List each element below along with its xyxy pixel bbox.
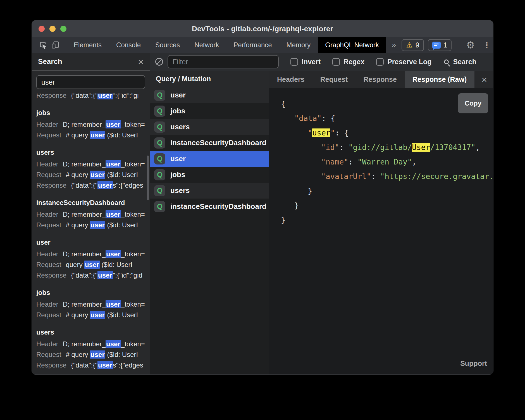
query-name: user [170, 154, 186, 163]
json-line: "name": "Warren Day", [281, 155, 493, 169]
search-result-line[interactable]: HeaderD; remember_user_token=e [36, 159, 145, 170]
minimize-window-button[interactable] [49, 26, 56, 32]
response-tab-headers[interactable]: Headers [269, 71, 312, 88]
query-name: jobs [170, 107, 185, 115]
response-panel-close-icon[interactable]: × [475, 71, 493, 88]
result-group-title[interactable]: jobs [36, 287, 145, 298]
search-result-line[interactable]: HeaderD; remember_user_token=e [36, 119, 145, 130]
tab-elements[interactable]: Elements [66, 37, 109, 53]
result-line-label: Request [36, 311, 61, 319]
query-type-badge: Q [154, 106, 165, 117]
query-list-item[interactable]: Qjobs [150, 167, 269, 183]
search-result-group: userHeaderD; remember_user_token=eReques… [36, 237, 145, 281]
clipped-result-line: Response{"data":{"user":{"id":"gi [36, 94, 145, 101]
result-line-label: Response [36, 182, 66, 189]
search-result-line[interactable]: Requestquery user ($id: UserI [36, 259, 145, 270]
tab-sources[interactable]: Sources [148, 37, 187, 53]
search-match-highlight: user [312, 128, 330, 137]
search-result-line[interactable]: Response{"data":{"user":{"id":"gid [36, 270, 145, 281]
search-result-group: jobsHeaderD; remember_user_token=eReques… [36, 108, 145, 140]
result-group-title[interactable]: instanceSecurityDashboard [36, 197, 145, 208]
tab-console[interactable]: Console [109, 37, 148, 53]
filter-input[interactable] [168, 55, 279, 68]
copy-button[interactable]: Copy [458, 93, 488, 113]
search-match-highlight: user [97, 271, 113, 279]
search-result-line[interactable]: Response{"data":{"users":{"edges [36, 180, 145, 191]
tab-memory[interactable]: Memory [279, 37, 318, 53]
response-tab-response[interactable]: Response [355, 71, 404, 88]
query-list-item[interactable]: Qusers [150, 119, 269, 135]
toolbar-search-button[interactable]: Search [444, 58, 476, 66]
search-result-line[interactable]: Response{"data":{"user":{"id":"gi [36, 94, 139, 101]
support-link[interactable]: Support [460, 356, 487, 371]
json-line: "user": { [281, 126, 493, 140]
invert-checkbox-group[interactable]: Invert [290, 58, 321, 66]
invert-checkbox[interactable] [290, 58, 298, 66]
network-filter-toolbar: Invert Regex Preserve Log Search [150, 53, 493, 71]
query-list-panel: Query / Mutation QuserQjobsQusersQinstan… [150, 71, 269, 374]
query-type-badge: Q [154, 137, 165, 149]
toolbar-divider [64, 43, 64, 51]
query-list-item[interactable]: Qjobs [150, 103, 269, 119]
query-list-item[interactable]: Quser [150, 87, 269, 103]
search-result-line[interactable]: HeaderD; remember_user_token=e [36, 299, 145, 310]
more-options-icon[interactable]: ⋮ [480, 40, 493, 50]
search-result-line[interactable]: Request# query user ($id: UserI [36, 310, 145, 320]
search-result-group: usersHeaderD; remember_user_token=eReque… [36, 327, 145, 371]
clear-log-icon[interactable] [155, 58, 163, 66]
query-name: jobs [170, 170, 185, 179]
search-result-line[interactable]: Request# query user ($id: UserI [36, 170, 145, 180]
warnings-badge[interactable]: ⚠ 9 [402, 39, 424, 51]
search-result-group: jobsHeaderD; remember_user_token=eReques… [36, 287, 145, 320]
search-panel: Search × Response{"data":{"user":{"id":"… [32, 53, 150, 374]
search-result-group: usersHeaderD; remember_user_token=eReque… [36, 147, 145, 191]
search-result-line[interactable]: Response{"data":{"users":{"edges [36, 360, 145, 371]
search-result-line[interactable]: Request# query user ($id: UserI [36, 220, 145, 230]
preserve-log-checkbox-group[interactable]: Preserve Log [376, 58, 431, 66]
preserve-log-label: Preserve Log [387, 58, 431, 66]
regex-checkbox[interactable] [332, 58, 340, 66]
response-tab-response-raw[interactable]: Response (Raw) [405, 71, 474, 88]
query-name: instanceSecurityDashboard [170, 202, 266, 211]
device-toolbar-icon[interactable] [49, 37, 61, 53]
json-line: } [281, 184, 493, 198]
regex-checkbox-group[interactable]: Regex [332, 58, 364, 66]
result-group-title[interactable]: user [36, 237, 145, 248]
query-list-item[interactable]: Qusers [150, 183, 269, 199]
tab-network[interactable]: Network [187, 37, 226, 53]
result-line-label: Header [36, 211, 58, 218]
query-list-item-selected[interactable]: Quser [150, 151, 269, 167]
result-group-title[interactable]: users [36, 147, 145, 158]
result-line-label: Request [36, 351, 61, 358]
search-input[interactable] [36, 75, 145, 89]
tab-graphql-network[interactable]: GraphQL Network [318, 37, 386, 53]
search-match-highlight: user [97, 361, 113, 369]
result-line-label: Response [36, 94, 66, 99]
preserve-log-checkbox[interactable] [376, 58, 384, 66]
query-type-badge: Q [154, 121, 165, 133]
response-tab-request[interactable]: Request [312, 71, 356, 88]
search-result-line[interactable]: HeaderD; remember_user_token=e [36, 249, 145, 259]
issues-badge[interactable]: 1 [428, 39, 452, 51]
close-window-button[interactable] [39, 26, 45, 32]
search-panel-close-icon[interactable]: × [138, 57, 144, 66]
settings-gear-icon[interactable]: ⚙ [464, 39, 476, 51]
result-group-title[interactable]: jobs [36, 108, 145, 118]
inspect-element-icon[interactable] [37, 37, 49, 53]
query-list-item[interactable]: QinstanceSecurityDashboard [150, 135, 269, 151]
query-list-item[interactable]: QinstanceSecurityDashboard [150, 199, 269, 214]
search-result-line[interactable]: Request# query user ($id: UserI [36, 349, 145, 360]
tab-performance[interactable]: Performance [226, 37, 279, 53]
search-result-line[interactable]: HeaderD; remember_user_token=e [36, 339, 145, 349]
search-results-scrollbar[interactable] [147, 156, 149, 200]
zoom-window-button[interactable] [60, 26, 66, 32]
invert-label: Invert [302, 58, 321, 66]
query-type-badge: Q [154, 169, 165, 180]
query-type-badge: Q [154, 201, 165, 212]
warning-icon: ⚠ [406, 41, 412, 49]
search-result-line[interactable]: Request# query user ($id: UserI [36, 130, 145, 140]
search-result-line[interactable]: HeaderD; remember_user_token=e [36, 209, 145, 220]
search-match-highlight: User [412, 143, 430, 152]
result-group-title[interactable]: users [36, 327, 145, 338]
more-tabs-button[interactable]: » [386, 37, 402, 53]
